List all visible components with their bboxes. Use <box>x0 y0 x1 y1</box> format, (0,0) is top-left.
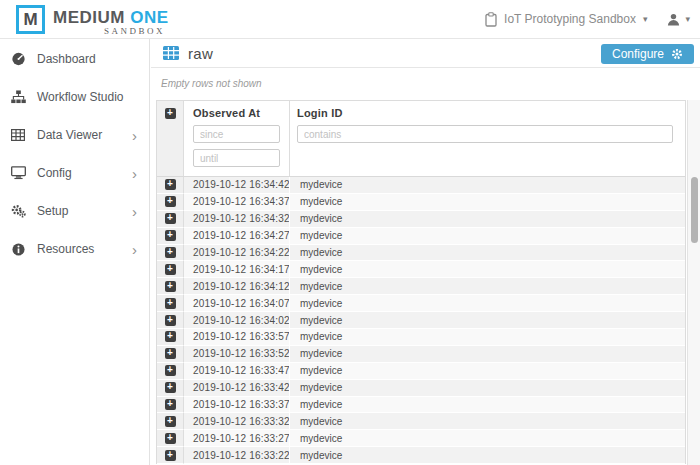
row-expand-cell: + <box>157 211 184 228</box>
row-expand-button[interactable]: + <box>165 196 176 207</box>
row-expand-button[interactable]: + <box>165 315 176 326</box>
scrollbar-thumb[interactable] <box>691 177 698 243</box>
row-observed-at: 2019-10-12 16:33:47 <box>184 363 290 380</box>
row-observed-at: 2019-10-12 16:33:27 <box>184 430 290 447</box>
column-header-login-id: Login ID <box>297 107 685 119</box>
chevron-right-icon: › <box>132 166 137 181</box>
chevron-right-icon: › <box>132 242 137 257</box>
row-observed-at: 2019-10-12 16:34:22 <box>184 245 290 262</box>
row-expand-cell: + <box>157 397 184 414</box>
row-expand-button[interactable]: + <box>165 433 176 444</box>
sidebar-item-dashboard[interactable]: Dashboard <box>0 40 149 78</box>
row-login-id: mydevice <box>290 194 685 211</box>
table-row: + 2019-10-12 16:34:02 mydevice <box>157 312 685 329</box>
sidebar-item-resources[interactable]: Resources › <box>0 230 149 268</box>
expand-all-button[interactable]: + <box>165 108 176 119</box>
chevron-down-icon: ▾ <box>643 14 648 24</box>
row-observed-at: 2019-10-12 16:34:02 <box>184 312 290 329</box>
row-expand-cell: + <box>157 261 184 278</box>
table-row: + 2019-10-12 16:34:07 mydevice <box>157 295 685 312</box>
row-expand-cell: + <box>157 447 184 464</box>
sidebar-item-config[interactable]: Config › <box>0 154 149 192</box>
brand-primary: MEDIUM <box>53 8 125 27</box>
row-expand-button[interactable]: + <box>165 348 176 359</box>
sidebar-item-label: Config <box>37 166 132 180</box>
brand-accent: ONE <box>130 8 168 27</box>
row-observed-at: 2019-10-12 16:33:37 <box>184 397 290 414</box>
gear-icon <box>671 48 683 60</box>
row-expand-button[interactable]: + <box>165 365 176 376</box>
row-expand-cell: + <box>157 278 184 295</box>
row-expand-cell: + <box>157 380 184 397</box>
sidebar-item-setup[interactable]: Setup › <box>0 192 149 230</box>
row-observed-at: 2019-10-12 16:33:32 <box>184 413 290 430</box>
row-observed-at: 2019-10-12 16:33:42 <box>184 380 290 397</box>
row-login-id: mydevice <box>290 363 685 380</box>
desktop-icon <box>9 166 27 180</box>
row-expand-button[interactable]: + <box>165 213 176 224</box>
sidebar-item-label: Resources <box>37 242 132 256</box>
row-expand-button[interactable]: + <box>165 247 176 258</box>
sidebar-item-label: Dashboard <box>37 52 137 66</box>
column-header-observed-at: Observed At <box>193 107 289 119</box>
sitemap-icon <box>9 90 27 104</box>
row-observed-at: 2019-10-12 16:33:52 <box>184 346 290 363</box>
table-header-row: + Observed At Login ID <box>157 101 685 177</box>
chevron-right-icon: › <box>132 128 137 143</box>
configure-button[interactable]: Configure <box>601 44 694 64</box>
row-expand-button[interactable]: + <box>165 179 176 190</box>
sidebar-item-label: Data Viewer <box>37 128 132 142</box>
row-expand-cell: + <box>157 363 184 380</box>
row-expand-cell: + <box>157 346 184 363</box>
clipboard-icon <box>485 12 497 27</box>
stream-table-icon <box>163 46 179 64</box>
row-expand-button[interactable]: + <box>165 399 176 410</box>
row-login-id: mydevice <box>290 312 685 329</box>
row-observed-at: 2019-10-12 16:34:37 <box>184 194 290 211</box>
filter-since-input[interactable] <box>193 125 280 143</box>
row-expand-button[interactable]: + <box>165 264 176 275</box>
row-login-id: mydevice <box>290 295 685 312</box>
sidebar-item-data-viewer[interactable]: Data Viewer › <box>0 116 149 154</box>
top-bar: M MEDIUM ONE SANDBOX IoT Prototyping San… <box>0 0 700 39</box>
cogs-icon <box>9 204 27 218</box>
stream-title-bar: raw Configure <box>151 39 700 68</box>
page-title: raw <box>188 45 213 62</box>
row-expand-cell: + <box>157 177 184 194</box>
chevron-right-icon: › <box>132 204 137 219</box>
row-observed-at: 2019-10-12 16:33:57 <box>184 329 290 346</box>
filter-contains-input[interactable] <box>297 125 673 143</box>
sidebar-item-label: Setup <box>37 204 132 218</box>
filter-until-input[interactable] <box>193 149 280 167</box>
row-login-id: mydevice <box>290 329 685 346</box>
row-observed-at: 2019-10-12 16:34:42 <box>184 177 290 194</box>
row-expand-button[interactable]: + <box>165 450 176 461</box>
row-expand-button[interactable]: + <box>165 281 176 292</box>
row-observed-at: 2019-10-12 16:34:12 <box>184 278 290 295</box>
row-expand-button[interactable]: + <box>165 298 176 309</box>
row-login-id: mydevice <box>290 447 685 464</box>
row-expand-cell: + <box>157 245 184 262</box>
row-expand-button[interactable]: + <box>165 382 176 393</box>
table-row: + 2019-10-12 16:33:42 mydevice <box>157 380 685 397</box>
table-body: + 2019-10-12 16:34:42 mydevice + 2019-10… <box>157 177 685 464</box>
sidebar-item-workflow-studio[interactable]: Workflow Studio <box>0 78 149 116</box>
brand-subtitle: SANDBOX <box>53 26 165 36</box>
table-row: + 2019-10-12 16:34:22 mydevice <box>157 245 685 262</box>
row-login-id: mydevice <box>290 278 685 295</box>
row-expand-button[interactable]: + <box>165 331 176 342</box>
row-login-id: mydevice <box>290 211 685 228</box>
sandbox-selector-dropdown[interactable]: IoT Prototyping Sandbox ▾ <box>485 12 647 27</box>
row-observed-at: 2019-10-12 16:34:32 <box>184 211 290 228</box>
row-login-id: mydevice <box>290 261 685 278</box>
dashboard-icon <box>9 52 27 66</box>
row-login-id: mydevice <box>290 397 685 414</box>
row-login-id: mydevice <box>290 177 685 194</box>
row-expand-button[interactable]: + <box>165 230 176 241</box>
vertical-scrollbar[interactable] <box>687 100 700 465</box>
user-menu-dropdown[interactable]: ▾ <box>667 13 690 26</box>
empty-rows-note: Empty rows not shown <box>151 68 700 89</box>
table-row: + 2019-10-12 16:33:37 mydevice <box>157 397 685 414</box>
row-expand-button[interactable]: + <box>165 416 176 427</box>
header-expand-cell: + <box>157 101 184 176</box>
